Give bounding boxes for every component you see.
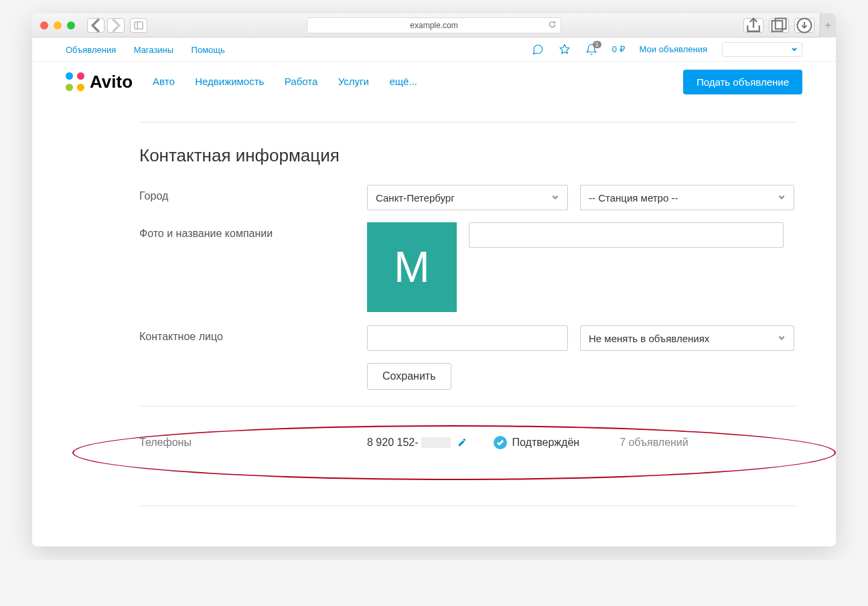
section-title: Контактная информация [139,145,796,166]
contact-mode-select[interactable]: Не менять в объявлениях [580,325,794,351]
nav-forward-button[interactable] [107,18,125,33]
post-ad-button[interactable]: Подать объявление [683,70,802,94]
svg-rect-0 [135,21,143,29]
browser-titlebar: example.com + [32,13,836,37]
company-label: Фото и название компании [139,222,367,240]
cat-realty[interactable]: Недвижимость [195,76,264,87]
metro-select[interactable]: -- Станция метро -- [580,185,794,210]
save-button[interactable]: Сохранить [367,363,451,390]
sidebar-toggle[interactable] [130,18,147,33]
cat-more[interactable]: ещё... [389,76,417,87]
company-avatar[interactable]: М [367,222,457,312]
phones-label: Телефоны [139,437,367,449]
cat-auto[interactable]: Авто [153,76,175,87]
edit-phone-icon[interactable] [457,438,467,447]
contact-label: Контактное лицо [139,325,367,343]
favorites-icon[interactable] [559,44,571,56]
annotation-ellipse [72,425,836,480]
balance-link[interactable]: 0 ₽ [612,44,625,54]
url-text: example.com [410,21,457,30]
logo-icon [66,72,84,91]
notification-count: 1 [593,41,601,48]
downloads-icon[interactable] [794,18,814,33]
cat-jobs[interactable]: Работа [285,76,318,87]
contact-person-input[interactable] [367,325,568,351]
ads-count: 7 объявлений [620,437,689,449]
contact-mode-value: Не менять в объявлениях [589,333,709,344]
window-zoom[interactable] [67,21,75,29]
nav-back-button[interactable] [87,18,104,33]
logo[interactable]: Avito [66,72,133,92]
verified-text: Подтверждён [512,437,580,449]
phone-number: 8 920 152- [367,437,467,449]
cat-services[interactable]: Услуги [338,76,369,87]
reload-icon[interactable] [548,20,557,31]
svg-rect-3 [776,18,786,29]
company-name-input[interactable] [469,222,784,248]
new-tab-button[interactable]: + [820,13,836,37]
window-close[interactable] [40,21,48,29]
nav-shops[interactable]: Магазины [134,45,174,55]
city-value: Санкт-Петербург [376,192,455,204]
nav-help[interactable]: Помощь [192,45,225,55]
metro-placeholder: -- Станция метро -- [589,192,678,204]
user-menu-dropdown[interactable] [722,42,802,57]
my-ads-link[interactable]: Мои объявления [640,44,707,54]
nav-listings[interactable]: Объявления [66,45,116,55]
verified-icon [494,436,507,449]
messages-icon[interactable] [532,44,544,56]
logo-text: Avito [90,72,133,92]
avatar-letter: М [394,242,429,292]
svg-rect-2 [772,21,783,31]
notifications-icon[interactable]: 1 [585,44,597,56]
share-icon[interactable] [743,18,764,33]
city-label: Город [139,185,367,202]
address-bar[interactable]: example.com [307,17,561,33]
city-select[interactable]: Санкт-Петербург [367,185,568,210]
window-minimize[interactable] [54,21,62,29]
tabs-icon[interactable] [769,18,789,33]
